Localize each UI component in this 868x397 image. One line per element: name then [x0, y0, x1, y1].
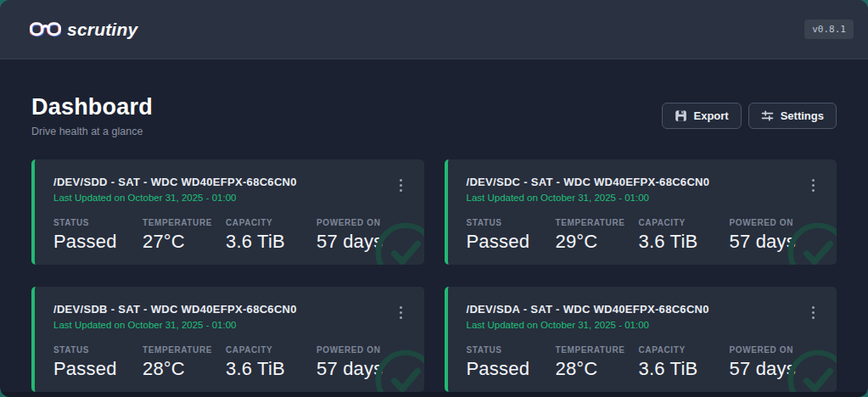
drive-last-updated: Last Updated on October 31, 2025 - 01:00	[467, 320, 709, 330]
drive-last-updated: Last Updated on October 31, 2025 - 01:00	[53, 193, 297, 203]
export-button[interactable]: Export	[662, 103, 742, 129]
stat-capacity: CAPACITY 3.6 TiB	[639, 345, 730, 380]
stat-status-value: Passed	[53, 231, 143, 253]
stat-powered-on-label: POWERED ON	[730, 345, 819, 355]
stat-powered-on-value: 57 days	[316, 231, 406, 253]
stat-capacity-label: CAPACITY	[639, 345, 730, 355]
drive-title: /DEV/SDD - SAT - WDC WD40EFPX-68C6CN0	[53, 176, 297, 188]
drive-card-heading: /DEV/SDD - SAT - WDC WD40EFPX-68C6CN0 La…	[53, 176, 297, 203]
stat-status-label: STATUS	[467, 345, 556, 355]
stat-temperature-value: 29°C	[556, 231, 639, 253]
drive-grid: /DEV/SDD - SAT - WDC WD40EFPX-68C6CN0 La…	[31, 159, 837, 392]
version-badge: v0.8.1	[804, 20, 854, 39]
stat-powered-on-label: POWERED ON	[730, 218, 819, 227]
drive-title: /DEV/SDA - SAT - WDC WD40EFPX-68C6CN0	[467, 303, 709, 316]
stat-capacity-label: CAPACITY	[226, 345, 316, 355]
stat-capacity-label: CAPACITY	[226, 218, 316, 227]
drive-title: /DEV/SDC - SAT - WDC WD40EFPX-68C6CN0	[467, 176, 710, 188]
kebab-menu-icon[interactable]	[809, 177, 818, 193]
stat-status: STATUS Passed	[53, 345, 143, 380]
stat-temperature-value: 28°C	[556, 358, 639, 380]
stat-capacity-label: CAPACITY	[639, 218, 730, 227]
stat-status-label: STATUS	[53, 218, 143, 227]
stat-temperature: TEMPERATURE 28°C	[556, 345, 639, 380]
stat-temperature-label: TEMPERATURE	[556, 218, 639, 227]
stat-capacity-value: 3.6 TiB	[226, 358, 316, 380]
page-title: Dashboard	[31, 94, 153, 120]
drive-card[interactable]: /DEV/SDA - SAT - WDC WD40EFPX-68C6CN0 La…	[445, 287, 837, 392]
drive-stats: STATUS Passed TEMPERATURE 28°C CAPACITY …	[467, 345, 819, 380]
sliders-icon	[761, 109, 774, 122]
stat-temperature: TEMPERATURE 29°C	[556, 218, 639, 253]
stat-capacity: CAPACITY 3.6 TiB	[639, 218, 730, 253]
main-content: Dashboard Drive health at a glance Expor…	[0, 59, 868, 392]
stat-capacity-value: 3.6 TiB	[639, 358, 730, 380]
save-floppy-icon	[675, 109, 687, 122]
drive-card-heading: /DEV/SDC - SAT - WDC WD40EFPX-68C6CN0 La…	[467, 176, 710, 203]
app-logo[interactable]: scrutiny	[30, 20, 137, 40]
footer-strip	[0, 392, 868, 397]
app-window: scrutiny v0.8.1 Dashboard Drive health a…	[0, 0, 868, 397]
stat-powered-on-label: POWERED ON	[316, 218, 406, 227]
stat-capacity: CAPACITY 3.6 TiB	[226, 345, 316, 380]
stat-powered-on: POWERED ON 57 days	[730, 218, 819, 253]
drive-stats: STATUS Passed TEMPERATURE 28°C CAPACITY …	[53, 345, 406, 380]
stat-temperature-value: 28°C	[143, 358, 226, 380]
drive-card[interactable]: /DEV/SDC - SAT - WDC WD40EFPX-68C6CN0 La…	[445, 159, 837, 265]
stat-powered-on-value: 57 days	[730, 358, 819, 380]
stat-temperature-label: TEMPERATURE	[556, 345, 639, 355]
stat-powered-on-value: 57 days	[730, 231, 819, 253]
stat-powered-on: POWERED ON 57 days	[316, 218, 406, 253]
stat-status-value: Passed	[467, 231, 556, 253]
export-button-label: Export	[694, 109, 729, 122]
stat-status: STATUS Passed	[53, 218, 143, 253]
stat-status-value: Passed	[467, 358, 556, 380]
settings-button[interactable]: Settings	[748, 103, 837, 129]
kebab-menu-icon[interactable]	[396, 177, 406, 193]
glasses-icon	[30, 20, 61, 38]
page-heading-block: Dashboard Drive health at a glance	[31, 94, 153, 137]
stat-temperature: TEMPERATURE 27°C	[143, 218, 226, 253]
drive-card-heading: /DEV/SDB - SAT - WDC WD40EFPX-68C6CN0 La…	[53, 303, 297, 330]
drive-title: /DEV/SDB - SAT - WDC WD40EFPX-68C6CN0	[53, 303, 297, 316]
drive-last-updated: Last Updated on October 31, 2025 - 01:00	[467, 193, 710, 203]
kebab-menu-icon[interactable]	[396, 305, 406, 321]
stat-temperature-label: TEMPERATURE	[143, 218, 226, 227]
stat-capacity: CAPACITY 3.6 TiB	[226, 218, 316, 253]
drive-card[interactable]: /DEV/SDD - SAT - WDC WD40EFPX-68C6CN0 La…	[31, 159, 424, 265]
stat-powered-on-value: 57 days	[316, 358, 406, 380]
stat-status-label: STATUS	[467, 218, 556, 227]
stat-status-label: STATUS	[53, 345, 143, 355]
page-subtitle: Drive health at a glance	[31, 126, 153, 137]
stat-status: STATUS Passed	[467, 218, 556, 253]
stat-status-value: Passed	[53, 358, 143, 380]
stat-temperature-value: 27°C	[143, 231, 226, 253]
drive-stats: STATUS Passed TEMPERATURE 27°C CAPACITY …	[53, 218, 406, 253]
stat-powered-on: POWERED ON 57 days	[316, 345, 406, 380]
drive-card[interactable]: /DEV/SDB - SAT - WDC WD40EFPX-68C6CN0 La…	[31, 287, 424, 392]
stat-capacity-value: 3.6 TiB	[226, 231, 316, 253]
stat-capacity-value: 3.6 TiB	[639, 231, 730, 253]
top-navbar: scrutiny v0.8.1	[0, 0, 868, 59]
stat-status: STATUS Passed	[467, 345, 556, 380]
stat-temperature-label: TEMPERATURE	[143, 345, 226, 355]
stat-temperature: TEMPERATURE 28°C	[143, 345, 226, 380]
stat-powered-on-label: POWERED ON	[316, 345, 406, 355]
toolbar: Export Settings	[662, 103, 837, 129]
drive-last-updated: Last Updated on October 31, 2025 - 01:00	[53, 320, 297, 330]
drive-stats: STATUS Passed TEMPERATURE 29°C CAPACITY …	[467, 218, 819, 253]
stat-powered-on: POWERED ON 57 days	[730, 345, 819, 380]
drive-card-heading: /DEV/SDA - SAT - WDC WD40EFPX-68C6CN0 La…	[467, 303, 709, 330]
app-name: scrutiny	[67, 20, 137, 40]
settings-button-label: Settings	[781, 109, 824, 122]
kebab-menu-icon[interactable]	[809, 305, 818, 321]
